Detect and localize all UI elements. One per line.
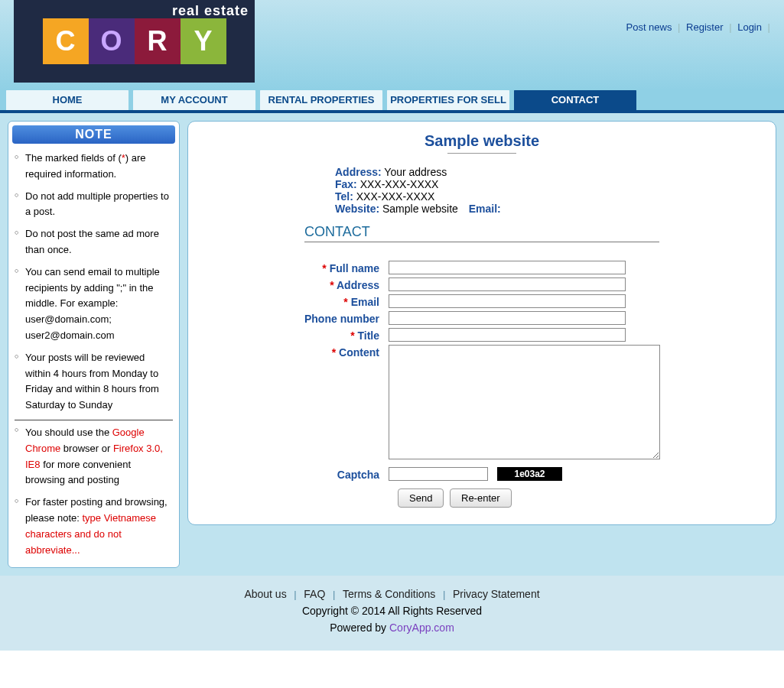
- note-item: Your posts will be reviewed within 4 hou…: [15, 347, 173, 417]
- footer: About us | FAQ | Terms & Conditions | Pr…: [0, 576, 784, 651]
- note-item: You should use the Google Chrome browser…: [15, 420, 173, 492]
- separator: |: [768, 21, 770, 33]
- nav-my-account[interactable]: MY ACCOUNT: [133, 89, 255, 110]
- separator: |: [678, 21, 680, 33]
- page-title: Sample website: [205, 132, 759, 150]
- page-wrap: real estate C O R Y Post news | Register…: [0, 0, 784, 651]
- fullname-input[interactable]: [389, 261, 626, 274]
- contact-form: * Full name * Address * Email Phone numb…: [236, 261, 759, 508]
- company-info: Address: Your address Fax: XXX-XXX-XXXX …: [335, 166, 759, 215]
- logo-letter-y: Y: [181, 18, 226, 64]
- title-underline: [447, 153, 516, 154]
- nav-rental[interactable]: RENTAL PROPERTIES: [260, 89, 382, 110]
- fax-label: Fax:: [335, 178, 357, 190]
- sidebar-list: The marked fields of (*) are required in…: [8, 148, 179, 561]
- email-label: Email: [351, 296, 379, 308]
- sidebar-title: NOTE: [12, 125, 175, 144]
- phone-input[interactable]: [389, 311, 626, 325]
- main-nav: HOME MY ACCOUNT RENTAL PROPERTIES PROPER…: [0, 90, 784, 113]
- email-input[interactable]: [389, 294, 626, 308]
- website-label: Website:: [335, 203, 379, 215]
- login-link[interactable]: Login: [737, 21, 762, 33]
- footer-faq[interactable]: FAQ: [304, 588, 325, 600]
- title-label: Title: [357, 329, 379, 342]
- footer-terms[interactable]: Terms & Conditions: [343, 588, 435, 600]
- register-link[interactable]: Register: [686, 21, 723, 33]
- note-item: The marked fields of (*) are required in…: [15, 148, 173, 186]
- logo-letter-r: R: [135, 18, 181, 64]
- logo-letter-c: C: [43, 18, 89, 64]
- nav-contact[interactable]: CONTACT: [514, 89, 636, 110]
- address-input[interactable]: [389, 277, 626, 291]
- main-area: NOTE The marked fields of (*) are requir…: [0, 113, 784, 576]
- captcha-image: 1e03a2: [497, 467, 562, 481]
- post-news-link[interactable]: Post news: [626, 21, 672, 33]
- captcha-label: Captcha: [337, 469, 379, 481]
- footer-copyright: Copyright © 2014 All Rights Reserved: [0, 605, 784, 617]
- top-links: Post news | Register | Login |: [623, 21, 770, 33]
- content-textarea[interactable]: [389, 345, 660, 459]
- separator: |: [729, 21, 731, 33]
- logo-letter-o: O: [89, 18, 135, 64]
- note-item: Do not post the same ad more than once.: [15, 223, 173, 261]
- content-label: Content: [339, 346, 379, 359]
- address-label: Address: [337, 279, 379, 291]
- note-item: For faster posting and browsing, please …: [15, 492, 173, 561]
- note-item: Do not add multiple properties to a post…: [15, 186, 173, 224]
- note-item: You can send email to multiple recipient…: [15, 261, 173, 347]
- captcha-input[interactable]: [389, 467, 488, 481]
- address-label: Address:: [335, 166, 382, 178]
- footer-privacy[interactable]: Privacy Statement: [453, 588, 540, 600]
- title-input[interactable]: [389, 328, 626, 342]
- tel-label: Tel:: [335, 190, 353, 203]
- send-button[interactable]: Send: [398, 488, 444, 508]
- section-heading: CONTACT: [304, 224, 659, 242]
- nav-sell[interactable]: PROPERTIES FOR SELL: [387, 89, 509, 110]
- footer-links: About us | FAQ | Terms & Conditions | Pr…: [0, 588, 784, 600]
- sidebar-note: NOTE The marked fields of (*) are requir…: [8, 121, 180, 568]
- footer-about[interactable]: About us: [244, 588, 286, 600]
- logo-tagline: real estate: [172, 3, 249, 19]
- footer-powered: Powered by CoryApp.com: [0, 621, 784, 634]
- form-buttons: Send Re-enter: [398, 488, 759, 508]
- website-value: Sample website: [382, 203, 458, 215]
- logo-letters: C O R Y: [43, 18, 226, 64]
- fax-value: XXX-XXX-XXXX: [360, 178, 439, 190]
- address-value: Your address: [384, 166, 447, 178]
- email-link[interactable]: Email:: [469, 203, 501, 215]
- fullname-label: Full name: [330, 262, 379, 274]
- logo[interactable]: real estate C O R Y: [14, 0, 255, 83]
- header: real estate C O R Y Post news | Register…: [0, 0, 784, 90]
- reenter-button[interactable]: Re-enter: [450, 488, 512, 508]
- phone-label: Phone number: [304, 313, 379, 325]
- footer-coryapp-link[interactable]: CoryApp.com: [389, 621, 454, 634]
- tel-value: XXX-XXX-XXXX: [356, 190, 435, 203]
- nav-home[interactable]: HOME: [6, 89, 128, 110]
- content-panel: Sample website Address: Your address Fax…: [187, 121, 776, 525]
